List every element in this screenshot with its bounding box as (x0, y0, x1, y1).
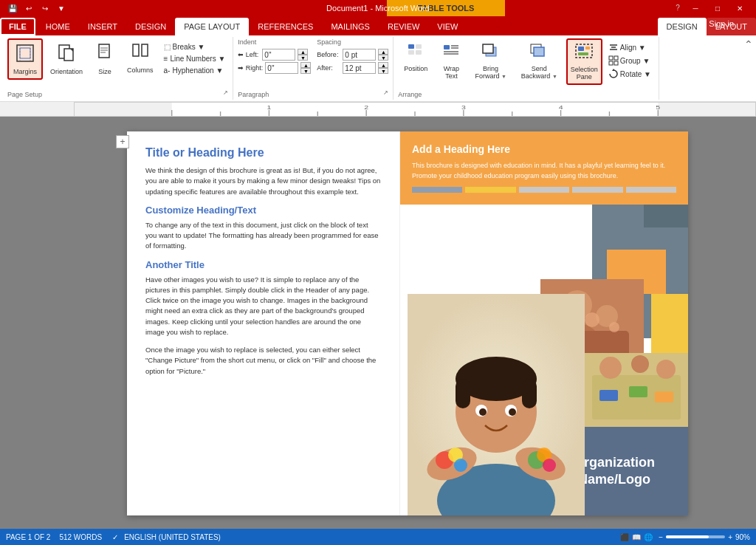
add-content-button[interactable]: + (116, 135, 129, 148)
align-label: Align ▼ (620, 44, 646, 52)
language-indicator: ENGLISH (UNITED STATES) (124, 533, 221, 541)
help-btn[interactable]: ? (672, 1, 684, 13)
spacing-after-input[interactable] (343, 62, 376, 74)
orientation-label: Orientation (50, 68, 83, 75)
tab-design[interactable]: DESIGN (126, 18, 175, 35)
after-down[interactable]: ▼ (378, 68, 388, 74)
bring-forward-icon (481, 43, 501, 64)
orientation-button[interactable]: Orientation (44, 38, 89, 80)
doc-left-column: Title or Heading Here We think the desig… (127, 131, 400, 515)
print-layout-view[interactable]: ⬛ (620, 533, 629, 541)
paragraph-expand[interactable]: ↗ (383, 89, 388, 98)
wrap-text-icon (442, 43, 460, 64)
tab-home[interactable]: HOME (37, 18, 79, 35)
tab-review[interactable]: REVIEW (379, 18, 428, 35)
right-indent-down[interactable]: ▼ (300, 68, 311, 74)
svg-text:2: 2 (364, 104, 368, 111)
rotate-button[interactable]: Rotate ▼ (605, 68, 654, 80)
zoom-slider[interactable] (666, 535, 725, 538)
after-label: After: (317, 64, 340, 72)
signin-button[interactable]: Sign in (709, 19, 734, 28)
status-right: ⬛ 📖 🌐 − + 90% (620, 533, 750, 541)
before-down[interactable]: ▼ (378, 55, 388, 61)
svg-rect-29 (578, 52, 588, 55)
group-button[interactable]: Group ▼ (605, 55, 654, 66)
orientation-icon (58, 43, 75, 66)
arrange-label: Arrange (398, 89, 422, 98)
align-button[interactable]: Align ▼ (605, 41, 654, 53)
child-paint-hands-photo (408, 294, 585, 515)
ribbon-tab-bar: FILE HOME INSERT DESIGN PAGE LAYOUT REFE… (0, 16, 756, 35)
doc-body-3: Have other images you wish to use? It is… (145, 275, 381, 338)
columns-button[interactable]: Columns (121, 38, 159, 78)
minimize-btn[interactable]: ─ (685, 1, 706, 15)
page-setup-group: Margins Orientation (3, 37, 233, 100)
customize-icon[interactable]: ▼ (55, 1, 68, 15)
bring-forward-label: BringForward ▼ (475, 65, 506, 80)
before-up[interactable]: ▲ (378, 49, 388, 55)
strip-2 (465, 187, 515, 193)
left-indent-up[interactable]: ▲ (298, 49, 308, 55)
quick-access-toolbar[interactable]: 💾 ↩ ↪ ▼ (6, 1, 68, 15)
zoom-bar[interactable]: − + 90% (659, 533, 750, 541)
right-indent-input[interactable] (265, 62, 298, 74)
margins-button[interactable]: Margins (7, 38, 43, 80)
svg-rect-0 (17, 45, 33, 61)
paragraph-label: Paragraph (238, 89, 269, 98)
tab-insert[interactable]: INSERT (79, 18, 126, 35)
restore-btn[interactable]: □ (707, 1, 728, 15)
svg-rect-77 (522, 379, 537, 408)
line-numbers-label: Line Numbers ▼ (170, 55, 225, 63)
tab-table-design[interactable]: DESIGN (658, 18, 707, 35)
left-indent-input[interactable] (262, 49, 295, 61)
zoom-out-btn[interactable]: − (659, 533, 663, 541)
right-indent-up[interactable]: ▲ (300, 62, 311, 68)
tab-references[interactable]: REFERENCES (249, 18, 322, 35)
send-backward-button[interactable]: SendBackward ▼ (515, 38, 563, 84)
svg-rect-36 (614, 61, 618, 65)
size-icon (97, 43, 113, 66)
page-setup-expand[interactable]: ↗ (223, 89, 228, 98)
orange-box-heading: Add a Heading Here (412, 143, 676, 155)
size-button[interactable]: Size (90, 38, 120, 80)
save-icon[interactable]: 💾 (6, 1, 19, 15)
zoom-in-btn[interactable]: + (728, 533, 732, 541)
hyphenation-button[interactable]: a- Hyphenation ▼ (161, 65, 229, 76)
spacing-before-input[interactable] (343, 49, 376, 61)
tab-page-layout[interactable]: PAGE LAYOUT (175, 18, 249, 35)
orange-box-body: This brochure is designed with education… (412, 161, 676, 181)
svg-text:3: 3 (461, 104, 466, 111)
selection-pane-button[interactable]: SelectionPane (566, 38, 602, 85)
line-numbers-icon: ≡ (164, 55, 168, 63)
breaks-label: Breaks ▼ (173, 43, 205, 51)
breaks-button[interactable]: ⬚ Breaks ▼ (161, 41, 229, 52)
collapse-ribbon-button[interactable]: ⌃ (744, 38, 753, 50)
svg-rect-26 (576, 44, 592, 58)
web-layout-view[interactable]: 🌐 (644, 533, 653, 541)
close-btn[interactable]: ✕ (729, 1, 750, 15)
line-numbers-button[interactable]: ≡ Line Numbers ▼ (161, 53, 229, 64)
left-indent-label: ⬅ Left: (238, 51, 260, 58)
reading-view[interactable]: 📖 (632, 533, 641, 541)
strip-1 (412, 187, 462, 193)
position-button[interactable]: Position (398, 38, 433, 77)
svg-rect-14 (416, 44, 422, 49)
tab-view[interactable]: VIEW (428, 18, 467, 35)
document-scroll[interactable]: + Title or Heading Here We think the des… (59, 117, 756, 529)
window-controls[interactable]: ? ─ □ ✕ (672, 1, 750, 15)
title-bar: 💾 ↩ ↪ ▼ TABLE TOOLS Document1 - Microsof… (0, 0, 756, 16)
size-label: Size (98, 68, 111, 75)
send-backward-label: SendBackward ▼ (521, 65, 557, 80)
redo-icon[interactable]: ↪ (38, 1, 52, 15)
undo-icon[interactable]: ↩ (22, 1, 35, 15)
arrange-small-buttons: Align ▼ Group ▼ Rotate ▼ (605, 41, 654, 80)
bring-forward-button[interactable]: BringForward ▼ (469, 38, 512, 84)
spacing-label: Spacing (317, 38, 388, 46)
wrap-text-button[interactable]: WrapText (436, 38, 466, 84)
left-indent-down[interactable]: ▼ (298, 55, 308, 61)
tab-file[interactable]: FILE (0, 18, 35, 35)
svg-rect-11 (133, 44, 139, 56)
after-up[interactable]: ▲ (378, 62, 388, 68)
tab-mailings[interactable]: MAILINGS (322, 18, 379, 35)
page-setup-label: Page Setup (7, 89, 42, 98)
